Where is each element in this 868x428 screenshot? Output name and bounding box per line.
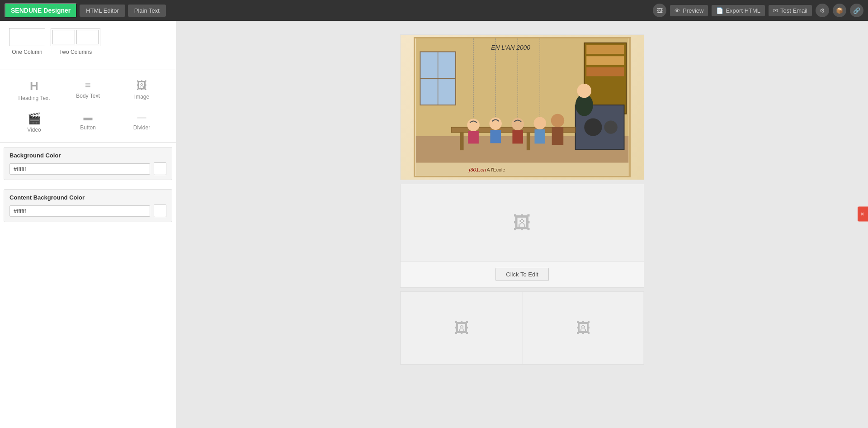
- two-columns-preview: [51, 28, 100, 46]
- two-col-right-placeholder-icon: 🖼: [576, 320, 590, 337]
- two-columns-label: Two Columns: [59, 49, 92, 55]
- background-color-panel: Background Color: [4, 147, 172, 180]
- svg-point-11: [584, 119, 602, 136]
- click-to-edit-button[interactable]: Click To Edit: [495, 268, 548, 281]
- plain-text-button[interactable]: Plain Text: [128, 5, 166, 17]
- two-col-left: 🖼: [401, 292, 522, 364]
- topbar: SENDUNE Designer HTML Editor Plain Text …: [0, 0, 868, 21]
- npm-icon-button[interactable]: 📦: [833, 4, 846, 17]
- image-icon-button[interactable]: 🖼: [653, 4, 666, 17]
- col-left: [52, 30, 75, 44]
- preview-icon: 👁: [675, 7, 680, 14]
- svg-rect-8: [586, 56, 624, 65]
- one-column-label: One Column: [12, 49, 42, 55]
- col-right: [76, 30, 99, 44]
- image-label: Image: [134, 94, 149, 100]
- background-color-swatch[interactable]: [154, 162, 166, 175]
- click-to-edit-bar: Click To Edit: [401, 261, 644, 287]
- svg-text:j301.cn: j301.cn: [468, 166, 486, 172]
- svg-text:A l'Ecole: A l'Ecole: [487, 167, 505, 172]
- email-icon: ✉: [773, 7, 778, 14]
- content-background-color-panel: Content Background Color: [4, 189, 172, 222]
- svg-rect-7: [586, 45, 624, 54]
- test-email-button[interactable]: ✉ Test Email: [769, 5, 812, 16]
- svg-point-12: [604, 120, 617, 133]
- layout-blocks-row: One Column Two Columns: [9, 28, 167, 55]
- two-col-right: 🖼: [522, 292, 644, 364]
- content-background-color-label: Content Background Color: [9, 194, 166, 201]
- preview-label: Preview: [683, 7, 703, 14]
- svg-rect-23: [512, 130, 523, 143]
- export-icon: 📄: [716, 7, 723, 14]
- svg-rect-17: [527, 133, 530, 150]
- right-side-pill[interactable]: ✕: [858, 207, 868, 222]
- html-editor-button[interactable]: HTML Editor: [80, 5, 125, 17]
- content-background-color-row: [9, 204, 166, 217]
- main-layout: One Column Two Columns H Heading Text ≡: [0, 21, 868, 428]
- email-block-two-col[interactable]: 🖼 🖼: [400, 291, 644, 365]
- divider-icon: —: [137, 112, 146, 123]
- empty-image-placeholder: 🖼: [401, 184, 644, 261]
- element-video[interactable]: 🎬 Video: [9, 109, 59, 137]
- svg-rect-25: [534, 129, 545, 143]
- button-icon: ▬: [84, 112, 93, 123]
- divider-label: Divider: [133, 124, 150, 131]
- one-column-block[interactable]: One Column: [9, 28, 45, 55]
- two-col-left-placeholder-icon: 🖼: [454, 320, 469, 337]
- svg-rect-28: [416, 163, 629, 176]
- element-heading-text[interactable]: H Heading Text: [9, 76, 59, 105]
- video-icon: 🎬: [28, 112, 41, 125]
- sidebar: One Column Two Columns H Heading Text ≡: [0, 21, 176, 428]
- classroom-image: j301.cn A l'Ecole EN L'AN 2000: [414, 37, 631, 177]
- email-canvas: j301.cn A l'Ecole EN L'AN 2000 🖼: [400, 34, 644, 365]
- two-columns-block[interactable]: Two Columns: [51, 28, 100, 55]
- email-block-empty-image[interactable]: 🖼 Click To Edit: [400, 184, 644, 288]
- heading-icon: H: [30, 79, 38, 93]
- topbar-right: 🖼 👁 Preview 📄 Export HTML ✉ Test Email ⚙…: [653, 4, 863, 17]
- svg-rect-19: [468, 131, 479, 143]
- placeholder-icon: 🖼: [513, 213, 531, 233]
- elements-grid: H Heading Text ≡ Body Text 🖼 Image 🎬 Vid…: [0, 70, 176, 143]
- content-background-color-swatch[interactable]: [154, 204, 166, 217]
- background-color-row: [9, 162, 166, 175]
- export-label: Export HTML: [726, 7, 760, 14]
- svg-point-14: [577, 84, 591, 98]
- sendune-icon-button[interactable]: 🔗: [850, 4, 863, 17]
- email-block-image[interactable]: j301.cn A l'Ecole EN L'AN 2000: [400, 34, 644, 180]
- content-background-color-input[interactable]: [9, 205, 150, 217]
- element-button[interactable]: ▬ Button: [63, 109, 113, 137]
- svg-point-26: [551, 114, 564, 127]
- element-body-text[interactable]: ≡ Body Text: [63, 76, 113, 105]
- element-divider[interactable]: — Divider: [117, 109, 167, 137]
- background-color-input[interactable]: [9, 163, 150, 175]
- export-html-button[interactable]: 📄 Export HTML: [712, 5, 765, 16]
- svg-rect-9: [586, 67, 624, 76]
- button-label: Button: [80, 124, 96, 131]
- body-text-label: Body Text: [76, 93, 99, 99]
- svg-rect-16: [460, 133, 464, 150]
- svg-rect-21: [490, 130, 501, 143]
- layout-blocks-section: One Column Two Columns: [0, 21, 176, 70]
- video-label: Video: [27, 127, 41, 133]
- svg-point-24: [533, 117, 546, 129]
- one-column-preview: [9, 28, 45, 46]
- svg-rect-27: [552, 127, 563, 145]
- preview-button[interactable]: 👁 Preview: [670, 5, 708, 16]
- element-image[interactable]: 🖼 Image: [117, 76, 167, 105]
- svg-text:EN L'AN 2000: EN L'AN 2000: [491, 44, 530, 51]
- image-icon: 🖼: [137, 79, 147, 92]
- heading-text-label: Heading Text: [19, 95, 50, 101]
- body-text-icon: ≡: [85, 79, 91, 91]
- background-color-label: Background Color: [9, 152, 166, 159]
- canvas-area[interactable]: j301.cn A l'Ecole EN L'AN 2000 🖼: [176, 21, 868, 428]
- test-email-label: Test Email: [780, 7, 807, 14]
- brand-button[interactable]: SENDUNE Designer: [5, 3, 77, 18]
- github-icon-button[interactable]: ⚙: [816, 4, 829, 17]
